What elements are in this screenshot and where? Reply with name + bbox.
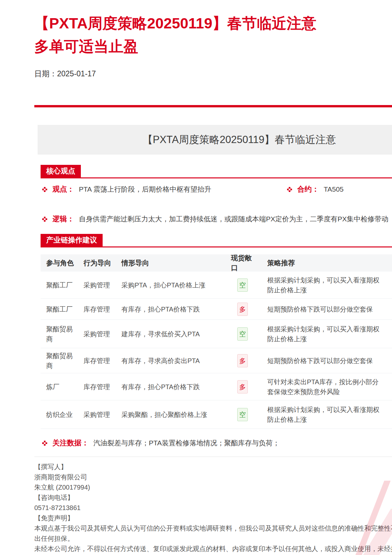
top-divider xyxy=(34,105,392,107)
focus-data-label: 关注数据： xyxy=(52,438,89,448)
disclaimer-heading: 【免责声明】 xyxy=(34,514,392,522)
behavior-cell: 库存管理 xyxy=(83,373,120,400)
page-title-line1: 【PXTA周度策略20250119】春节临近注意 xyxy=(34,15,316,32)
behavior-cell: 采购管理 xyxy=(83,320,120,348)
strategy-cell: 短期预防价格下跌可以部分做空套保 xyxy=(267,348,392,373)
role-cell: 炼厂 xyxy=(46,373,78,400)
page-title: 【PXTA周度策略20250119】春节临近注意多单可适当止盈 xyxy=(34,12,392,58)
viewpoint-text: PTA 震荡上行阶段，后期价格中枢有望抬升 xyxy=(79,185,211,194)
table-row: 纺织企业 采购管理 采购聚酯，担心聚酯价格上涨 空 根据采购计划采购，可以买入看… xyxy=(41,400,392,429)
strategy-line: 根据采购计划采购，可以买入看涨期权 xyxy=(267,324,379,334)
strategy-cell: 短期预防价格下跌可以部分做空套保 xyxy=(267,299,392,319)
report-page: 【PXTA周度策略20250119】春节临近注意多单可适当止盈 日期：2025-… xyxy=(0,0,392,555)
strategy-line: 短期预防价格下跌可以部分做空套保 xyxy=(267,356,373,366)
strategy-line: 根据采购计划采购，可以买入看涨期权 xyxy=(267,275,379,285)
behavior-cell: 采购管理 xyxy=(83,272,120,298)
industry-section-underline xyxy=(41,246,392,247)
section-badge-core-view: 核心观点 xyxy=(41,165,81,177)
situation-cell: 建库存，寻求低价买入PTA xyxy=(121,320,230,348)
strategy-line: 可针对未卖出PTA库存，按比例小部分 xyxy=(267,377,378,387)
situation-cell: 有库存，担心PTA价格下跌 xyxy=(121,299,230,319)
role-cell: 聚酯贸易商 xyxy=(46,348,78,373)
banner-title: 【PXTA周度策略20250119】春节临近注意 xyxy=(143,125,336,155)
phone-heading: 【咨询电话】 xyxy=(34,494,392,501)
core-section-underline xyxy=(41,177,392,178)
exposure-cell: 多 xyxy=(231,373,254,400)
role-cell: 聚酯贸易商 xyxy=(46,320,78,348)
exposure-cell: 空 xyxy=(231,320,254,348)
table-row: 炼厂 库存管理 有库存，担心PTA价格下跌 多 可针对未卖出PTA库存，按比例小… xyxy=(41,373,392,400)
column-header: 情形导向 xyxy=(121,254,230,272)
strategy-line: 套保做空来预防意外风险 xyxy=(267,387,340,397)
behavior-cell: 库存管理 xyxy=(83,348,120,373)
exposure-badge-short: 空 xyxy=(237,327,248,341)
contract-label: 合约： xyxy=(297,184,319,194)
exposure-cell: 多 xyxy=(231,348,254,373)
table-row: 聚酯贸易商 库存管理 有库存，寻求高价卖出PTA 多 短期预防价格下跌可以部分做… xyxy=(41,348,392,373)
strategy-line: 短期预防价格下跌可以部分做空套保 xyxy=(267,304,373,314)
page-title-line2: 多单可适当止盈 xyxy=(34,38,138,55)
table-header-row: 参与角色 行为导向 情形导向 现货敞口 策略推荐 xyxy=(41,254,392,272)
role-cell: 聚酯工厂 xyxy=(46,299,78,319)
footer-divider xyxy=(34,457,392,457)
role-cell: 纺织企业 xyxy=(46,400,78,428)
contract-value: TA505 xyxy=(324,185,343,193)
exposure-badge-short: 空 xyxy=(237,408,248,421)
logic-label: 逻辑： xyxy=(52,214,74,224)
column-header: 现货敞口 xyxy=(231,254,254,272)
logic-text: 自身供需产能过剩压力太大，加工费持续低迷，或跟随成本端PX定价为主，二季度有PX… xyxy=(79,214,388,224)
exposure-badge-long: 多 xyxy=(237,303,248,316)
column-header: 行为导向 xyxy=(83,254,120,272)
disclaimer-line: 出任何担保。 xyxy=(34,535,392,542)
behavior-cell: 库存管理 xyxy=(83,299,120,319)
behavior-cell: 采购管理 xyxy=(83,400,120,428)
article-banner: 【PXTA周度策略20250119】春节临近注意 xyxy=(38,125,392,155)
disclaimer-line: 未经本公司允许，不得以任何方式传送、复印或派发此观点的材料、内容或复印本予以任何… xyxy=(34,545,392,552)
author-heading: 【撰写人】 xyxy=(34,463,392,470)
disclaimer-line: 本观点基于我公司及其研究人员认为可信的公开资料或实地调研资料，但我公司及其研究人… xyxy=(34,525,392,532)
strategy-cell: 可针对未卖出PTA库存，按比例小部分 套保做空来预防意外风险 xyxy=(267,373,392,400)
situation-cell: 有库存，寻求高价卖出PTA xyxy=(121,348,230,373)
table-row: 聚酯工厂 采购管理 采购PTA，担心PTA价格上涨 空 根据采购计划采购，可以买… xyxy=(41,272,392,299)
strategy-line: 防止价格上涨 xyxy=(267,415,307,425)
author-name: 朱立航 (Z0017994) xyxy=(34,484,392,491)
strategy-line: 根据采购计划采购，可以买入看涨期权 xyxy=(267,405,379,415)
role-cell: 聚酯工厂 xyxy=(46,272,78,298)
operation-advice-table: 参与角色 行为导向 情形导向 现货敞口 策略推荐 聚酯工厂 采购管理 采购PTA… xyxy=(41,254,392,429)
exposure-cell: 空 xyxy=(231,400,254,428)
strategy-line: 防止价格上涨 xyxy=(267,285,307,295)
strategy-cell: 根据采购计划采购，可以买入看涨期权 防止价格上涨 xyxy=(267,320,392,348)
bullet-cross-icon xyxy=(42,187,47,192)
contract-group: 合约： TA505 xyxy=(287,184,343,194)
exposure-badge-long: 多 xyxy=(237,354,248,367)
strategy-line: 防止价格上涨 xyxy=(267,334,307,344)
table-row: 聚酯工厂 库存管理 有库存，担心PTA价格下跌 多 短期预防价格下跌可以部分做空… xyxy=(41,299,392,320)
strategy-cell: 根据采购计划采购，可以买入看涨期权 防止价格上涨 xyxy=(267,272,392,298)
exposure-badge-short: 空 xyxy=(237,278,248,292)
bullet-cross-icon xyxy=(287,187,292,192)
column-header: 策略推荐 xyxy=(267,254,392,272)
exposure-cell: 多 xyxy=(231,299,254,319)
section-badge-industry-advice: 产业链操作建议 xyxy=(41,234,103,246)
report-date: 日期：2025-01-17 xyxy=(34,69,96,79)
situation-cell: 有库存，担心PTA价格下跌 xyxy=(121,373,230,400)
exposure-cell: 空 xyxy=(231,272,254,298)
bullet-cross-icon xyxy=(42,441,47,446)
situation-cell: 采购聚酯，担心聚酯价格上涨 xyxy=(121,400,230,428)
viewpoint-label: 观点： xyxy=(52,184,74,194)
focus-data-row: 关注数据： 汽油裂差与库存；PTA装置检修落地情况；聚酯库存与负荷； xyxy=(42,438,392,448)
exposure-badge-long: 多 xyxy=(237,380,248,393)
column-header: 参与角色 xyxy=(46,254,78,272)
viewpoint-row: 观点： PTA 震荡上行阶段，后期价格中枢有望抬升 合约： TA505 xyxy=(42,184,392,194)
table-row: 聚酯贸易商 采购管理 建库存，寻求低价买入PTA 空 根据采购计划采购，可以买入… xyxy=(41,320,392,348)
focus-data-text: 汽油裂差与库存；PTA装置检修落地情况；聚酯库存与负荷； xyxy=(93,438,279,448)
phone-number: 0571-87213861 xyxy=(34,504,392,511)
bullet-cross-icon xyxy=(42,217,47,222)
strategy-cell: 根据采购计划采购，可以买入看涨期权 防止价格上涨 xyxy=(267,400,392,428)
situation-cell: 采购PTA，担心PTA价格上涨 xyxy=(121,272,230,298)
company-name: 浙商期货有限公司 xyxy=(34,473,392,481)
logic-row: 逻辑： 自身供需产能过剩压力太大，加工费持续低迷，或跟随成本端PX定价为主，二季… xyxy=(42,214,392,224)
footer: 【撰写人】 浙商期货有限公司 朱立航 (Z0017994) 【咨询电话】 057… xyxy=(34,463,392,555)
